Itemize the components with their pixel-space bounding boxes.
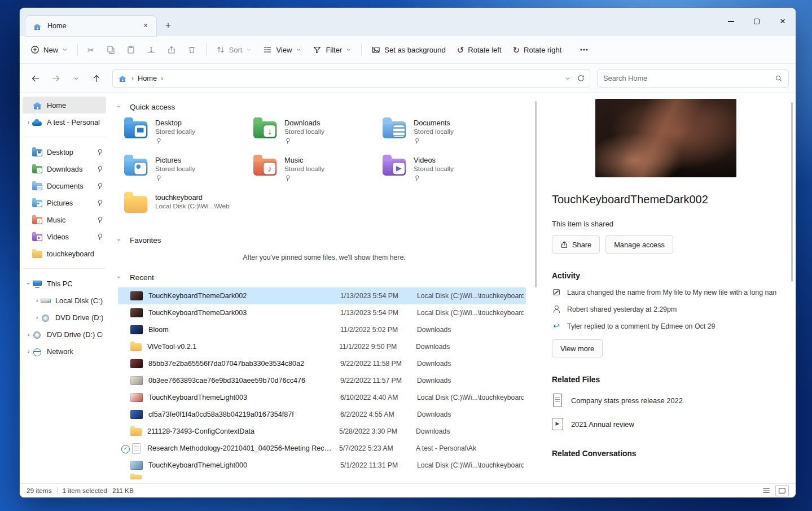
explorer-body: Home A test - Personal Desktop <box>20 93 796 483</box>
details-scrollbar[interactable] <box>791 102 793 282</box>
minimize-button[interactable] <box>718 8 744 35</box>
file-row[interactable]: OfflineInsiderEnroll 2.6.2 4/28/2022 10:… <box>118 474 526 479</box>
quick-access-item-text: Pictures Stored locally <box>155 155 195 187</box>
minimize-icon <box>728 21 734 21</box>
activity-item[interactable]: Tyler replied to a comment by Edmee on O… <box>552 321 780 331</box>
sidebar-item[interactable]: Network <box>23 343 106 360</box>
search-box <box>597 69 789 88</box>
share-button[interactable]: Share <box>552 235 600 254</box>
file-icon <box>130 308 143 317</box>
tab-home[interactable]: Home <box>25 16 156 36</box>
view-more-button[interactable]: View more <box>552 339 603 357</box>
paste-button[interactable] <box>121 40 141 60</box>
cut-button[interactable]: ✂ <box>82 40 100 60</box>
file-row[interactable]: 85bb37e2ba65556f7da07047bab330e3534c80a2… <box>118 355 526 372</box>
section-chevron-icon[interactable] <box>118 274 125 281</box>
sort-button[interactable]: Sort <box>211 40 257 60</box>
sidebar-item[interactable]: Documents <box>23 177 106 194</box>
rotate-right-button[interactable]: ↻ Rotate right <box>508 40 567 60</box>
quick-access-item[interactable]: Documents Stored locally <box>382 117 511 150</box>
file-date-modified: 5/1/2022 11:31 PM <box>340 461 417 469</box>
file-row[interactable]: ViVeTool-v0.2.1 11/1/2022 9:50 PM Downlo… <box>118 338 526 355</box>
large-thumbnails-toggle[interactable] <box>775 485 789 496</box>
sidebar-item[interactable]: Desktop <box>23 143 106 160</box>
rotate-left-button[interactable]: ↺ Rotate left <box>452 40 507 60</box>
recent-locations-button[interactable] <box>67 69 85 88</box>
manage-access-button[interactable]: Manage access <box>605 235 673 254</box>
quick-access-item[interactable]: Pictures Stored locally <box>124 154 253 187</box>
sidebar-item[interactable]: DVD Drive (D:) CCC <box>23 326 106 343</box>
sidebar-item[interactable]: touchkeyboard <box>23 245 106 262</box>
quick-access-item[interactable]: Desktop Stored locally <box>124 117 253 150</box>
breadcrumb-home[interactable]: Home <box>138 74 157 82</box>
quick-access-item[interactable]: Music Stored locally <box>253 154 382 187</box>
tab-title: Home <box>47 22 134 30</box>
share-button[interactable] <box>162 40 181 60</box>
file-row[interactable]: 211128-73493-ConfigContextData 5/28/2022… <box>118 423 526 440</box>
file-row[interactable]: 0b3ee7663893cae76e9bd310aee59b70d76cc476… <box>118 372 526 389</box>
activity-item[interactable]: Laura changed the name from My file to M… <box>552 287 780 297</box>
file-row[interactable]: cf5a73fe0f1f4a0cd58a38b04219a0167354f87f… <box>118 406 526 423</box>
tab-close-icon[interactable] <box>139 20 152 32</box>
sidebar-item[interactable]: Pictures <box>23 194 106 211</box>
expand-chevron-icon[interactable] <box>25 331 32 338</box>
filter-button[interactable]: Filter <box>308 40 357 60</box>
search-icon[interactable] <box>775 75 783 82</box>
sidebar-item[interactable]: Home <box>23 97 106 113</box>
file-row[interactable]: TouchKeyboardThemeDark003 1/13/2023 5:54… <box>118 304 526 321</box>
forward-button[interactable] <box>47 69 65 88</box>
section-chevron-icon[interactable] <box>118 103 125 110</box>
new-tab-button[interactable] <box>160 18 177 34</box>
quick-access-item[interactable]: touchkeyboard Local Disk (C:)\Wi...\Web <box>124 191 253 224</box>
view-button[interactable]: View <box>258 40 306 60</box>
breadcrumb-chevron-icon[interactable] <box>161 75 163 82</box>
sidebar-item[interactable]: Music <box>23 211 106 228</box>
favorites-header[interactable]: Favorites <box>118 233 530 247</box>
expand-chevron-icon[interactable] <box>25 348 32 355</box>
expand-chevron-icon[interactable] <box>33 314 41 321</box>
quick-access-item[interactable]: Videos Stored locally <box>382 154 511 187</box>
file-row[interactable]: TouchKeyboardThemeLight000 5/1/2022 11:3… <box>118 457 526 474</box>
main-scrollbar[interactable] <box>535 101 537 287</box>
file-row[interactable]: TouchKeyboardThemeDark002 1/13/2023 5:54… <box>118 287 526 304</box>
sidebar-item[interactable]: Videos <box>23 228 106 245</box>
refresh-icon[interactable] <box>577 74 585 82</box>
rename-button[interactable] <box>142 40 161 60</box>
sidebar-item[interactable]: DVD Drive (D:) CC <box>23 309 106 326</box>
more-options-button[interactable] <box>574 40 594 60</box>
copy-button[interactable] <box>101 40 120 60</box>
quick-access-item[interactable]: Downloads Stored locally <box>253 117 382 150</box>
maximize-button[interactable] <box>744 8 770 35</box>
delete-button[interactable] <box>182 40 201 60</box>
related-file-item[interactable]: Company stats press release 2022 <box>552 393 780 408</box>
pin-icon <box>414 138 420 144</box>
section-chevron-icon[interactable] <box>118 237 125 243</box>
close-button[interactable] <box>770 8 796 35</box>
related-file-item[interactable]: 2021 Annual review <box>552 417 780 431</box>
thumbnails-view-icon <box>778 487 786 495</box>
pin-icon <box>96 149 103 155</box>
expand-chevron-icon[interactable] <box>33 297 41 304</box>
details-view-toggle[interactable] <box>760 485 773 496</box>
address-box[interactable]: Home <box>112 69 590 88</box>
expand-chevron-icon[interactable] <box>25 119 32 125</box>
sidebar-item[interactable]: This PC <box>23 275 106 292</box>
address-dropdown-icon[interactable] <box>564 75 571 82</box>
expand-chevron-icon[interactable] <box>25 280 32 287</box>
sidebar-item[interactable]: A test - Personal <box>23 113 106 130</box>
file-row[interactable]: Bloom 11/2/2022 5:02 PM Downloads <box>118 321 526 338</box>
quick-access-header[interactable]: Quick access <box>118 100 530 113</box>
recent-header[interactable]: Recent <box>118 270 530 284</box>
back-button[interactable] <box>27 69 45 88</box>
set-as-background-button[interactable]: Set as background <box>366 40 450 60</box>
sidebar-item[interactable]: Downloads <box>23 160 106 177</box>
up-button[interactable] <box>87 69 106 88</box>
activity-item[interactable]: Robert shared yesterday at 2:29pm <box>552 304 780 314</box>
pin-icon <box>96 165 103 172</box>
search-input[interactable] <box>603 74 775 82</box>
file-location: Local Disk (C:)\Wi...\touchkeyboard <box>417 309 524 317</box>
new-button[interactable]: New <box>25 40 73 60</box>
sidebar-item[interactable]: Local Disk (C:) <box>23 292 106 309</box>
file-row[interactable]: Research Methodology-20210401_040256-Mee… <box>118 440 526 457</box>
file-row[interactable]: TouchKeyboardThemeLight003 6/10/2022 4:4… <box>118 389 526 406</box>
